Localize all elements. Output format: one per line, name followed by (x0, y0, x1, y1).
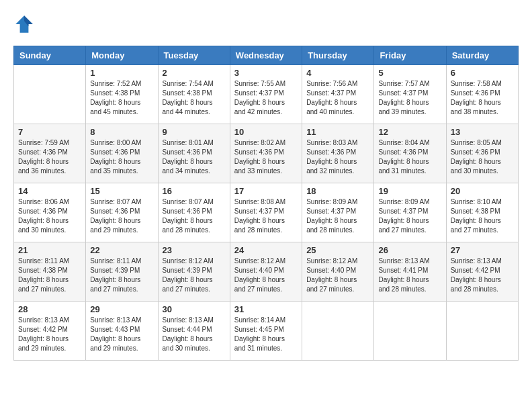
calendar-cell-4-6: 26Sunrise: 8:13 AM Sunset: 4:41 PM Dayli… (374, 242, 446, 302)
calendar-cell-5-1: 28Sunrise: 8:13 AM Sunset: 4:42 PM Dayli… (14, 302, 86, 361)
calendar-cell-1-2: 1Sunrise: 7:52 AM Sunset: 4:38 PM Daylig… (86, 65, 158, 124)
day-number: 1 (90, 68, 153, 78)
day-number: 3 (234, 68, 298, 78)
day-number: 10 (234, 127, 298, 137)
calendar-cell-2-2: 8Sunrise: 8:00 AM Sunset: 4:36 PM Daylig… (86, 124, 158, 183)
day-number: 31 (234, 304, 298, 314)
calendar-cell-5-4: 31Sunrise: 8:14 AM Sunset: 4:45 PM Dayli… (230, 302, 302, 361)
day-number: 9 (163, 127, 226, 137)
day-info: Sunrise: 8:10 AM Sunset: 4:38 PM Dayligh… (451, 197, 514, 235)
day-info: Sunrise: 8:09 AM Sunset: 4:37 PM Dayligh… (306, 197, 369, 235)
day-number: 8 (90, 127, 153, 137)
day-info: Sunrise: 7:55 AM Sunset: 4:37 PM Dayligh… (234, 79, 298, 117)
calendar-cell-3-7: 20Sunrise: 8:10 AM Sunset: 4:38 PM Dayli… (446, 183, 518, 242)
day-number: 22 (90, 245, 153, 255)
calendar-week-row-1: 1Sunrise: 7:52 AM Sunset: 4:38 PM Daylig… (14, 65, 519, 124)
day-info: Sunrise: 8:09 AM Sunset: 4:37 PM Dayligh… (378, 197, 441, 235)
calendar-cell-1-5: 4Sunrise: 7:56 AM Sunset: 4:37 PM Daylig… (302, 65, 374, 124)
calendar-header-thursday: Thursday (302, 46, 374, 65)
calendar-cell-4-4: 24Sunrise: 8:12 AM Sunset: 4:40 PM Dayli… (230, 242, 302, 302)
day-number: 20 (451, 186, 514, 196)
day-info: Sunrise: 8:00 AM Sunset: 4:36 PM Dayligh… (90, 138, 153, 176)
day-info: Sunrise: 8:07 AM Sunset: 4:36 PM Dayligh… (163, 197, 226, 235)
calendar-header-saturday: Saturday (446, 46, 518, 65)
logo-icon (13, 13, 35, 35)
day-number: 6 (451, 68, 514, 78)
day-info: Sunrise: 8:12 AM Sunset: 4:40 PM Dayligh… (234, 257, 298, 294)
day-number: 26 (378, 245, 441, 255)
calendar-cell-5-7 (446, 302, 518, 361)
day-info: Sunrise: 8:03 AM Sunset: 4:36 PM Dayligh… (306, 138, 369, 176)
calendar-cell-3-4: 17Sunrise: 8:08 AM Sunset: 4:37 PM Dayli… (230, 183, 302, 242)
day-info: Sunrise: 8:05 AM Sunset: 4:36 PM Dayligh… (451, 138, 514, 176)
calendar-header-row: SundayMondayTuesdayWednesdayThursdayFrid… (14, 46, 519, 65)
day-info: Sunrise: 8:08 AM Sunset: 4:37 PM Dayligh… (234, 197, 298, 235)
calendar-cell-5-5 (302, 302, 374, 361)
day-info: Sunrise: 8:12 AM Sunset: 4:39 PM Dayligh… (163, 257, 226, 294)
calendar-cell-5-6 (374, 302, 446, 361)
calendar-header-monday: Monday (86, 46, 158, 65)
day-number: 23 (163, 245, 226, 255)
calendar-week-row-4: 21Sunrise: 8:11 AM Sunset: 4:38 PM Dayli… (14, 242, 519, 302)
day-info: Sunrise: 8:13 AM Sunset: 4:44 PM Dayligh… (163, 316, 226, 353)
page-header (13, 13, 519, 35)
calendar-cell-1-3: 2Sunrise: 7:54 AM Sunset: 4:38 PM Daylig… (158, 65, 230, 124)
day-number: 30 (163, 304, 226, 314)
day-info: Sunrise: 7:57 AM Sunset: 4:37 PM Dayligh… (378, 79, 441, 117)
day-info: Sunrise: 8:13 AM Sunset: 4:42 PM Dayligh… (18, 316, 81, 353)
day-info: Sunrise: 8:12 AM Sunset: 4:40 PM Dayligh… (306, 257, 369, 294)
day-info: Sunrise: 7:52 AM Sunset: 4:38 PM Dayligh… (90, 79, 153, 117)
day-number: 11 (306, 127, 369, 137)
day-info: Sunrise: 7:58 AM Sunset: 4:36 PM Dayligh… (451, 79, 514, 117)
day-info: Sunrise: 8:13 AM Sunset: 4:43 PM Dayligh… (90, 316, 153, 353)
day-number: 21 (18, 245, 81, 255)
calendar-table: SundayMondayTuesdayWednesdayThursdayFrid… (13, 46, 519, 361)
calendar-cell-1-1 (14, 65, 86, 124)
day-info: Sunrise: 8:11 AM Sunset: 4:38 PM Dayligh… (18, 257, 81, 294)
day-number: 27 (451, 245, 514, 255)
day-number: 18 (306, 186, 369, 196)
day-info: Sunrise: 8:11 AM Sunset: 4:39 PM Dayligh… (90, 257, 153, 294)
calendar-cell-3-2: 15Sunrise: 8:07 AM Sunset: 4:36 PM Dayli… (86, 183, 158, 242)
calendar-cell-4-2: 22Sunrise: 8:11 AM Sunset: 4:39 PM Dayli… (86, 242, 158, 302)
calendar-cell-2-5: 11Sunrise: 8:03 AM Sunset: 4:36 PM Dayli… (302, 124, 374, 183)
calendar-cell-2-3: 9Sunrise: 8:01 AM Sunset: 4:36 PM Daylig… (158, 124, 230, 183)
calendar-cell-4-3: 23Sunrise: 8:12 AM Sunset: 4:39 PM Dayli… (158, 242, 230, 302)
day-number: 14 (18, 186, 81, 196)
day-number: 19 (378, 186, 441, 196)
day-info: Sunrise: 7:59 AM Sunset: 4:36 PM Dayligh… (18, 138, 81, 176)
day-number: 16 (163, 186, 226, 196)
day-info: Sunrise: 7:54 AM Sunset: 4:38 PM Dayligh… (163, 79, 226, 117)
calendar-cell-2-7: 13Sunrise: 8:05 AM Sunset: 4:36 PM Dayli… (446, 124, 518, 183)
calendar-cell-2-6: 12Sunrise: 8:04 AM Sunset: 4:36 PM Dayli… (374, 124, 446, 183)
calendar-cell-5-2: 29Sunrise: 8:13 AM Sunset: 4:43 PM Dayli… (86, 302, 158, 361)
calendar-cell-5-3: 30Sunrise: 8:13 AM Sunset: 4:44 PM Dayli… (158, 302, 230, 361)
calendar-cell-2-4: 10Sunrise: 8:02 AM Sunset: 4:36 PM Dayli… (230, 124, 302, 183)
day-number: 29 (90, 304, 153, 314)
day-info: Sunrise: 8:13 AM Sunset: 4:41 PM Dayligh… (378, 257, 441, 294)
day-info: Sunrise: 8:01 AM Sunset: 4:36 PM Dayligh… (163, 138, 226, 176)
day-number: 2 (163, 68, 226, 78)
calendar-cell-3-5: 18Sunrise: 8:09 AM Sunset: 4:37 PM Dayli… (302, 183, 374, 242)
calendar-cell-3-1: 14Sunrise: 8:06 AM Sunset: 4:36 PM Dayli… (14, 183, 86, 242)
day-number: 25 (306, 245, 369, 255)
day-info: Sunrise: 8:04 AM Sunset: 4:36 PM Dayligh… (378, 138, 441, 176)
day-info: Sunrise: 8:06 AM Sunset: 4:36 PM Dayligh… (18, 197, 81, 235)
logo (13, 13, 38, 35)
day-number: 4 (306, 68, 369, 78)
day-number: 7 (18, 127, 81, 137)
calendar-week-row-5: 28Sunrise: 8:13 AM Sunset: 4:42 PM Dayli… (14, 302, 519, 361)
calendar-header-tuesday: Tuesday (158, 46, 230, 65)
calendar-cell-1-4: 3Sunrise: 7:55 AM Sunset: 4:37 PM Daylig… (230, 65, 302, 124)
calendar-cell-1-7: 6Sunrise: 7:58 AM Sunset: 4:36 PM Daylig… (446, 65, 518, 124)
day-number: 12 (378, 127, 441, 137)
calendar-cell-4-7: 27Sunrise: 8:13 AM Sunset: 4:42 PM Dayli… (446, 242, 518, 302)
day-info: Sunrise: 8:14 AM Sunset: 4:45 PM Dayligh… (234, 316, 298, 353)
day-number: 28 (18, 304, 81, 314)
day-info: Sunrise: 8:07 AM Sunset: 4:36 PM Dayligh… (90, 197, 153, 235)
calendar-week-row-3: 14Sunrise: 8:06 AM Sunset: 4:36 PM Dayli… (14, 183, 519, 242)
calendar-header-friday: Friday (374, 46, 446, 65)
calendar-cell-3-3: 16Sunrise: 8:07 AM Sunset: 4:36 PM Dayli… (158, 183, 230, 242)
calendar-cell-4-1: 21Sunrise: 8:11 AM Sunset: 4:38 PM Dayli… (14, 242, 86, 302)
day-number: 15 (90, 186, 153, 196)
